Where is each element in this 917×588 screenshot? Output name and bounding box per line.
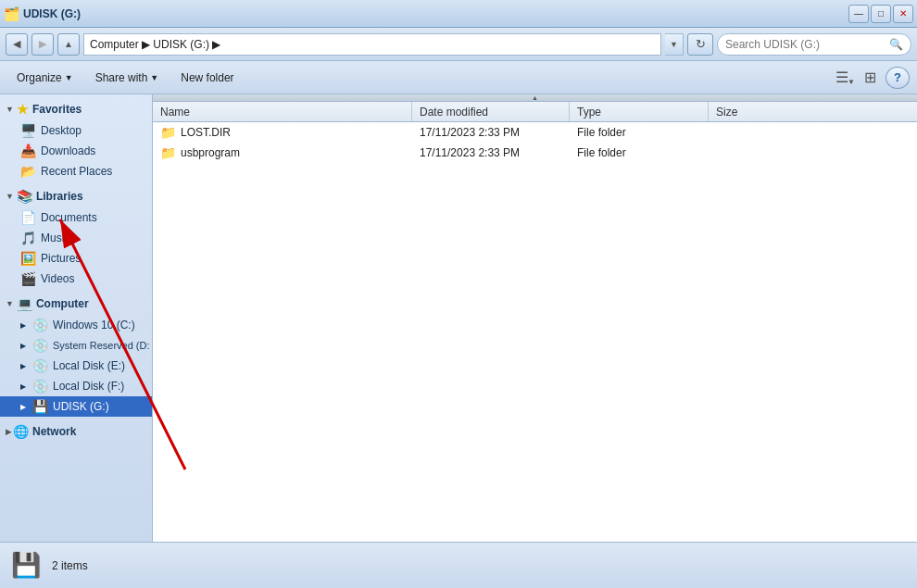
sidebar-item-pictures[interactable]: 🖼️ Pictures <box>0 248 152 269</box>
windows10-icon: 💿 <box>32 318 48 332</box>
new-folder-button[interactable]: New folder <box>171 66 243 90</box>
local-disk-e-icon: 💿 <box>32 358 48 373</box>
address-dropdown-arrow[interactable]: ▼ <box>665 33 684 56</box>
libraries-header[interactable]: ▼ 📚 Libraries <box>0 185 152 207</box>
maximize-button[interactable]: □ <box>871 5 891 23</box>
forward-button[interactable]: ▶ <box>31 33 54 56</box>
search-input[interactable] <box>725 38 886 51</box>
table-row[interactable]: 📁 LOST.DIR 17/11/2023 2:33 PM File folde… <box>153 122 917 143</box>
file-name-lostdir: 📁 LOST.DIR <box>153 125 412 140</box>
sidebar-item-documents[interactable]: 📄 Documents <box>0 207 152 228</box>
sidebar-item-music[interactable]: 🎵 Music <box>0 228 152 248</box>
sidebar-item-recent-places[interactable]: 📂 Recent Places <box>0 161 152 181</box>
toolbar: Organize ▼ Share with ▼ New folder ☰ ▼ ⊞… <box>0 61 917 94</box>
system-reserved-icon: 💿 <box>32 338 48 353</box>
window-title: UDISK (G:) <box>23 7 81 20</box>
recent-places-icon: 📂 <box>20 164 36 179</box>
refresh-button[interactable]: ↻ <box>687 33 713 56</box>
downloads-label: Downloads <box>41 144 95 157</box>
col-header-size[interactable]: Size <box>709 102 917 121</box>
share-with-button[interactable]: Share with ▼ <box>86 66 169 90</box>
downloads-icon: 📥 <box>20 144 36 158</box>
music-label: Music <box>41 231 69 244</box>
network-section: ▶ 🌐 Network <box>0 420 152 443</box>
sidebar: ▼ ★ Favorites 🖥️ Desktop 📥 Downloads 📂 R… <box>0 94 153 542</box>
address-path[interactable]: Computer ▶ UDISK (G:) ▶ <box>83 33 661 56</box>
status-drive-icon: 💾 <box>11 551 41 580</box>
sidebar-item-desktop[interactable]: 🖥️ Desktop <box>0 120 152 141</box>
libraries-expand-icon: ▼ <box>6 192 14 201</box>
col-header-type[interactable]: Type <box>570 102 709 121</box>
desktop-label: Desktop <box>41 124 82 137</box>
main-wrapper: ▼ ★ Favorites 🖥️ Desktop 📥 Downloads 📂 R… <box>0 94 917 542</box>
local-disk-e-expand-icon: ▶ <box>20 362 26 370</box>
network-icon: 🌐 <box>13 424 29 439</box>
col-header-name[interactable]: Name <box>153 102 412 121</box>
network-header[interactable]: ▶ 🌐 Network <box>0 420 152 443</box>
music-icon: 🎵 <box>20 231 36 245</box>
network-label: Network <box>32 425 76 438</box>
computer-header[interactable]: ▼ 💻 Computer <box>0 293 152 315</box>
folder-icon-lostdir: 📁 <box>160 125 176 140</box>
file-date-lostdir: 17/11/2023 2:33 PM <box>412 126 570 139</box>
file-type-lostdir: File folder <box>570 126 709 139</box>
search-box: 🔍 <box>717 33 911 56</box>
toolbar-right: ☰ ▼ ⊞ ? <box>830 67 910 89</box>
close-button[interactable]: ✕ <box>893 5 913 23</box>
window-icon: 🗂️ <box>4 6 19 21</box>
status-bar: 💾 2 items <box>0 542 917 588</box>
udisk-expand-icon: ▶ <box>20 403 26 411</box>
pane-button[interactable]: ⊞ <box>858 67 882 89</box>
organize-button[interactable]: Organize ▼ <box>7 66 82 90</box>
libraries-label: Libraries <box>36 190 83 203</box>
sidebar-item-videos[interactable]: 🎬 Videos <box>0 269 152 289</box>
file-pane: ▲ Name Date modified Type Size 📁 LOST.DI… <box>153 94 917 542</box>
favorites-label: Favorites <box>32 103 82 116</box>
computer-label: Computer <box>36 297 89 310</box>
sidebar-item-local-disk-f[interactable]: ▶ 💿 Local Disk (F:) <box>0 376 152 396</box>
col-header-date[interactable]: Date modified <box>412 102 570 121</box>
sidebar-item-windows10[interactable]: ▶ 💿 Windows 10 (C:) <box>0 315 152 335</box>
sidebar-item-downloads[interactable]: 📥 Downloads <box>0 141 152 161</box>
file-date-usbprogram: 17/11/2023 2:33 PM <box>412 146 570 159</box>
address-bar: ◀ ▶ ▲ Computer ▶ UDISK (G:) ▶ ▼ ↻ 🔍 <box>0 28 917 61</box>
favorites-header[interactable]: ▼ ★ Favorites <box>0 98 152 120</box>
file-name-usbprogram: 📁 usbprogram <box>153 145 412 160</box>
desktop-icon: 🖥️ <box>20 123 36 138</box>
computer-section: ▼ 💻 Computer ▶ 💿 Windows 10 (C:) ▶ 💿 Sys… <box>0 293 152 417</box>
title-bar: 🗂️ UDISK (G:) — □ ✕ <box>0 0 917 28</box>
status-count: 2 items <box>52 559 88 572</box>
sidebar-item-udisk[interactable]: ▶ 💾 UDISK (G:) <box>0 396 152 417</box>
help-button[interactable]: ? <box>886 67 910 89</box>
file-list: 📁 LOST.DIR 17/11/2023 2:33 PM File folde… <box>153 122 917 542</box>
videos-label: Videos <box>41 272 74 285</box>
libraries-icon: 📚 <box>17 189 32 204</box>
scroll-indicator: ▲ <box>153 94 917 102</box>
sidebar-item-system-reserved[interactable]: ▶ 💿 System Reserved (D: <box>0 335 152 356</box>
folder-icon-usbprogram: 📁 <box>160 145 176 160</box>
favorites-star-icon: ★ <box>17 102 29 117</box>
title-bar-left: 🗂️ UDISK (G:) <box>4 6 81 21</box>
table-row[interactable]: 📁 usbprogram 17/11/2023 2:33 PM File fol… <box>153 143 917 163</box>
windows10-label: Windows 10 (C:) <box>53 319 135 332</box>
local-disk-f-label: Local Disk (F:) <box>53 380 124 393</box>
system-reserved-label: System Reserved (D: <box>53 340 150 351</box>
up-button[interactable]: ▲ <box>57 33 80 56</box>
title-bar-controls: — □ ✕ <box>848 5 913 23</box>
file-type-usbprogram: File folder <box>570 146 709 159</box>
back-button[interactable]: ◀ <box>6 33 28 56</box>
documents-label: Documents <box>41 211 97 224</box>
network-expand-icon: ▶ <box>6 428 11 436</box>
pictures-label: Pictures <box>41 252 81 265</box>
minimize-button[interactable]: — <box>848 5 869 23</box>
udisk-label: UDISK (G:) <box>53 400 109 413</box>
system-reserved-expand-icon: ▶ <box>20 342 26 350</box>
views-icon: ☰ <box>835 69 848 86</box>
sidebar-item-local-disk-e[interactable]: ▶ 💿 Local Disk (E:) <box>0 356 152 376</box>
views-button[interactable]: ☰ ▼ <box>830 67 854 89</box>
computer-expand-icon: ▼ <box>6 299 14 308</box>
column-header: Name Date modified Type Size <box>153 102 917 122</box>
udisk-icon: 💾 <box>32 399 48 414</box>
share-dropdown-icon: ▼ <box>150 73 158 82</box>
views-dropdown-icon: ▼ <box>848 78 855 86</box>
